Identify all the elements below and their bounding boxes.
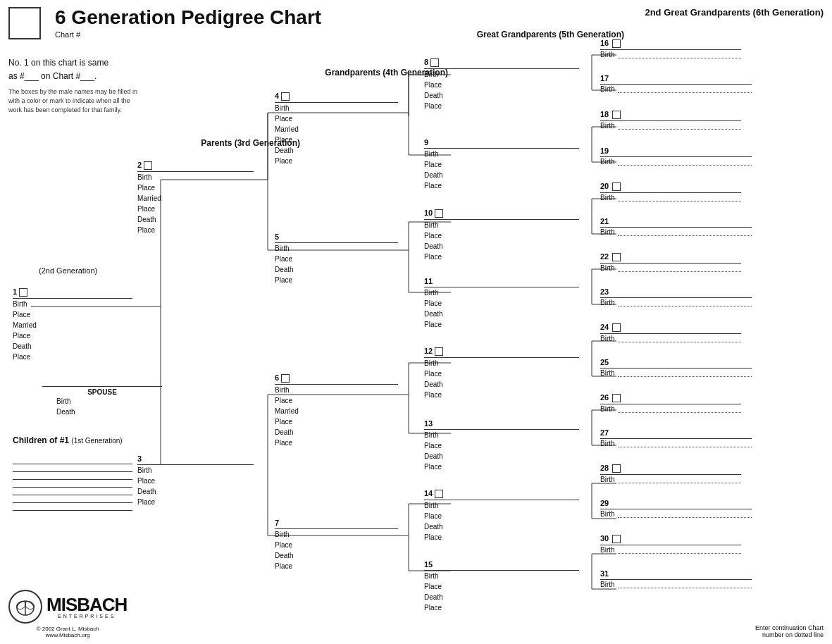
person-11: 11 Birth Place Death Place bbox=[424, 277, 579, 330]
person-30: 30 Birth bbox=[600, 534, 741, 554]
person-16: 16 Birth bbox=[600, 39, 741, 58]
note-line2: as #___ on Chart #___. bbox=[8, 70, 142, 83]
logo-sub: ENTERPRISES bbox=[46, 614, 127, 619]
person-8: 8 Birth Place Death Place bbox=[424, 58, 579, 111]
person-9: 9 Birth Place Death Place bbox=[424, 138, 579, 191]
children-block: Children of #1 (1st Generation) bbox=[13, 435, 123, 445]
footer-note: Enter continuation Chart number on dotte… bbox=[755, 624, 824, 638]
person-18: 18 Birth bbox=[600, 110, 741, 130]
person-3-num: 3 Birth Place Death Place bbox=[137, 454, 254, 507]
person-12: 12 Birth Place Death Place bbox=[424, 347, 579, 400]
note-small: The boxes by the male names may be fille… bbox=[8, 87, 142, 114]
gen-label-6th: 2nd Great Grandparents (6th Generation) bbox=[645, 7, 824, 18]
logo-name: MISBACH bbox=[46, 595, 127, 614]
person-2: 2 Birth Place Married Place Death Place bbox=[137, 161, 254, 235]
chart-box bbox=[8, 7, 41, 39]
person-25: 25 Birth bbox=[600, 358, 752, 377]
person-14: 14 Birth Place Death Place bbox=[424, 489, 579, 543]
person-15: 15 Birth Place Death Place bbox=[424, 560, 579, 613]
chart-number: Chart # bbox=[55, 30, 824, 39]
person-22: 22 Birth bbox=[600, 252, 741, 272]
person-24: 24 Birth bbox=[600, 323, 741, 342]
person-5: 5 Birth Place Death Place bbox=[275, 233, 398, 285]
children-lines bbox=[13, 464, 132, 518]
person-17: 17 Birth bbox=[600, 74, 752, 93]
person-10: 10 Birth Place Death Place bbox=[424, 209, 579, 262]
person-21: 21 Birth bbox=[600, 217, 752, 236]
person-28: 28 Birth bbox=[600, 464, 741, 483]
person-29: 29 Birth bbox=[600, 499, 752, 518]
person-23: 23 Birth bbox=[600, 287, 752, 306]
person-20: 20 Birth bbox=[600, 182, 741, 202]
gen-label-5th: Great Grandparents (5th Generation) bbox=[477, 30, 624, 39]
logo-block: MISBACH ENTERPRISES © 2002 Grant L. Misb… bbox=[8, 590, 127, 638]
note-line1: No. 1 on this chart is same bbox=[8, 56, 142, 70]
person-1: 1 Birth Place Married Place Death Place bbox=[13, 287, 132, 362]
person-4: 4 Birth Place Married Place Death Place bbox=[275, 92, 398, 166]
logo-website: www.Misbach.org bbox=[8, 632, 127, 638]
gen2-label-small: (2nd Generation) bbox=[39, 266, 97, 275]
person-19: 19 Birth bbox=[600, 147, 752, 166]
logo-icon bbox=[13, 594, 38, 619]
person-26: 26 Birth bbox=[600, 393, 741, 413]
logo-copyright: © 2002 Grant L. Misbach bbox=[8, 626, 127, 632]
person-27: 27 Birth bbox=[600, 428, 752, 447]
person-1-spouse: SPOUSE Birth Death bbox=[42, 386, 162, 417]
page: 6 Generation Pedigree Chart Chart # No. … bbox=[0, 0, 832, 644]
person-7: 7 Birth Place Death Place bbox=[275, 519, 398, 571]
person-13: 13 Birth Place Death Place bbox=[424, 419, 579, 472]
person-6: 6 Birth Place Married Place Death Place bbox=[275, 373, 398, 448]
person-31: 31 Birth bbox=[600, 569, 752, 588]
info-block: No. 1 on this chart is same as #___ on C… bbox=[8, 56, 142, 114]
